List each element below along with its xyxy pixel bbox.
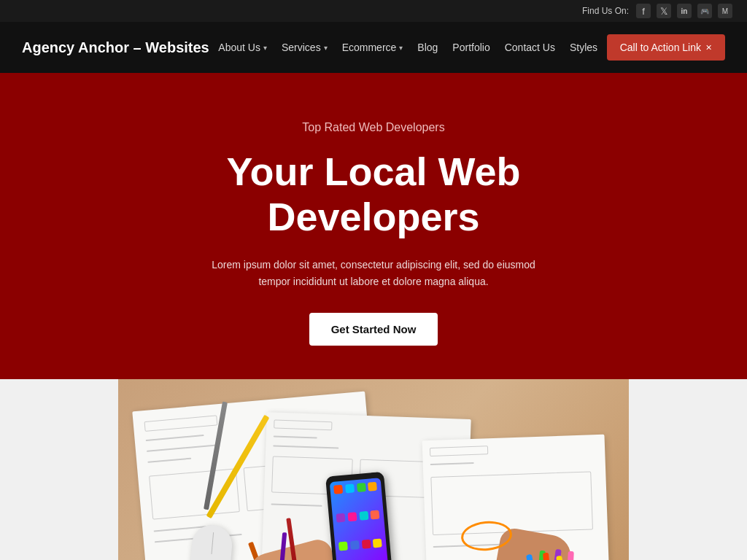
nav-blog[interactable]: Blog bbox=[417, 42, 438, 53]
phone-screen bbox=[330, 478, 389, 560]
chevron-down-icon: ▾ bbox=[324, 44, 328, 52]
chevron-down-icon: ▾ bbox=[263, 44, 267, 52]
nav-styles[interactable]: Styles bbox=[570, 42, 597, 53]
nav-ecommerce[interactable]: Ecommerce ▾ bbox=[342, 42, 403, 53]
hero-image-section bbox=[0, 379, 747, 560]
phone bbox=[325, 472, 392, 560]
hero-title: Your Local Web Developers bbox=[155, 149, 592, 239]
find-us-label: Find Us On: bbox=[582, 6, 629, 16]
mouse-line bbox=[211, 532, 214, 554]
desk-illustration bbox=[118, 379, 629, 560]
top-bar: Find Us On: f 𝕏 in 🎮 M bbox=[0, 0, 747, 22]
nav-services[interactable]: Services ▾ bbox=[282, 42, 328, 53]
hero-subtitle: Top Rated Web Developers bbox=[302, 121, 444, 134]
chevron-down-icon: ▾ bbox=[399, 44, 403, 52]
nav-portfolio[interactable]: Portfolio bbox=[452, 42, 489, 53]
site-logo[interactable]: Agency Anchor – Websites bbox=[22, 39, 209, 56]
hero-description: Lorem ipsum dolor sit amet, consectetur … bbox=[198, 257, 549, 289]
close-icon: ✕ bbox=[705, 43, 712, 52]
twitter-icon[interactable]: 𝕏 bbox=[657, 4, 671, 18]
linkedin-icon[interactable]: in bbox=[677, 4, 692, 18]
nav-about[interactable]: About Us ▾ bbox=[218, 42, 267, 53]
get-started-button[interactable]: Get Started Now bbox=[309, 313, 438, 346]
hero-section: Top Rated Web Developers Your Local Web … bbox=[0, 73, 747, 379]
nav-contact[interactable]: Contact Us bbox=[505, 42, 555, 53]
twitch-icon[interactable]: 🎮 bbox=[697, 4, 712, 18]
social-icons-container: f 𝕏 in 🎮 M bbox=[636, 4, 732, 18]
mastodon-icon[interactable]: M bbox=[718, 4, 732, 18]
nav-links: About Us ▾ Services ▾ Ecommerce ▾ Blog P… bbox=[218, 42, 597, 53]
cta-button[interactable]: Call to Action Link ✕ bbox=[607, 34, 725, 61]
navbar: Agency Anchor – Websites About Us ▾ Serv… bbox=[0, 22, 747, 73]
marker-cup bbox=[527, 547, 585, 560]
facebook-icon[interactable]: f bbox=[636, 4, 651, 18]
